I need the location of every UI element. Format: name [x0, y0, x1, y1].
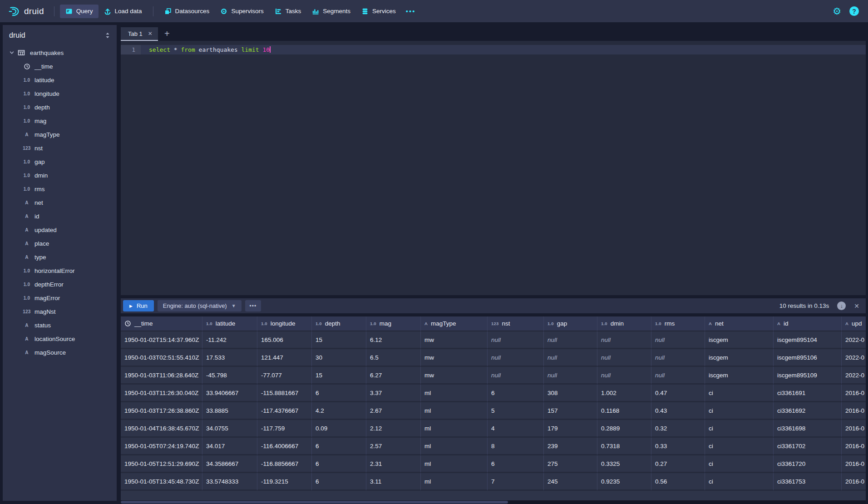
- table-cell[interactable]: 2022-0: [842, 367, 866, 385]
- table-cell[interactable]: ci3361753: [774, 473, 842, 491]
- sidebar-column-place[interactable]: Aplace: [3, 237, 117, 250]
- results-column-header-dmin[interactable]: 1.0dmin: [597, 316, 651, 331]
- table-cell[interactable]: iscgem895109: [774, 367, 842, 385]
- help-icon[interactable]: ?: [849, 6, 859, 16]
- table-cell[interactable]: 0.27: [651, 455, 705, 473]
- run-button[interactable]: ▶ Run: [123, 300, 154, 311]
- sidebar-column-locationSource[interactable]: AlocationSource: [3, 332, 117, 346]
- table-cell[interactable]: 6: [488, 455, 544, 473]
- table-cell[interactable]: 1950-01-02T15:14:37.960Z: [121, 331, 202, 349]
- table-cell[interactable]: ci: [705, 455, 774, 473]
- table-cell[interactable]: mw: [421, 331, 488, 349]
- table-cell[interactable]: 2022-0: [842, 349, 866, 367]
- chevron-down-icon[interactable]: [9, 50, 15, 55]
- table-cell[interactable]: 0.32: [651, 420, 705, 438]
- table-cell[interactable]: 0.33: [651, 438, 705, 455]
- results-column-header-depth[interactable]: 1.0depth: [312, 316, 366, 331]
- sidebar-column-magType[interactable]: AmagType: [3, 128, 117, 141]
- sidebar-column-type[interactable]: Atype: [3, 250, 117, 264]
- close-results-icon[interactable]: ✕: [854, 302, 859, 310]
- table-cell[interactable]: 2.67: [366, 402, 421, 420]
- table-cell[interactable]: iscgem: [705, 331, 774, 349]
- table-cell[interactable]: 8: [488, 438, 544, 455]
- table-cell[interactable]: null: [544, 349, 597, 367]
- schema-selector[interactable]: druid: [3, 25, 117, 44]
- table-cell[interactable]: 1950-01-05T12:51:29.690Z: [121, 455, 202, 473]
- table-cell[interactable]: 239: [544, 438, 597, 455]
- table-cell[interactable]: ci: [705, 420, 774, 438]
- table-cell[interactable]: 2016-0: [842, 420, 866, 438]
- table-cell[interactable]: 1950-01-03T17:26:38.860Z: [121, 402, 202, 420]
- table-cell[interactable]: 1950-01-03T02:51:55.410Z: [121, 349, 202, 367]
- sidebar-column-longitude[interactable]: 1.0longitude: [3, 87, 117, 100]
- results-column-header-__time[interactable]: __time: [121, 316, 202, 331]
- sidebar-table-earthquakes[interactable]: earthquakes: [3, 46, 117, 59]
- table-cell[interactable]: 17.533: [202, 349, 257, 367]
- results-column-header-gap[interactable]: 1.0gap: [544, 316, 597, 331]
- table-cell[interactable]: 2.31: [366, 455, 421, 473]
- table-cell[interactable]: 1950-01-03T11:26:30.040Z: [121, 385, 202, 402]
- nav-item-services[interactable]: Services: [356, 5, 401, 18]
- table-cell[interactable]: 3.11: [366, 473, 421, 491]
- table-cell[interactable]: 275: [544, 455, 597, 473]
- results-column-header-upd[interactable]: Aupd: [842, 316, 866, 331]
- results-column-header-magType[interactable]: AmagType: [421, 316, 488, 331]
- table-cell[interactable]: ci: [705, 438, 774, 455]
- table-cell[interactable]: 4.2: [312, 402, 366, 420]
- table-cell[interactable]: 2016-0: [842, 473, 866, 491]
- table-cell[interactable]: 0.09: [312, 420, 366, 438]
- table-cell[interactable]: 33.9406667: [202, 385, 257, 402]
- sidebar-column-gap[interactable]: 1.0gap: [3, 155, 117, 168]
- sidebar-column-nst[interactable]: 123nst: [3, 141, 117, 155]
- results-column-header-net[interactable]: Anet: [705, 316, 774, 331]
- query-more-button[interactable]: •••: [245, 300, 261, 311]
- table-cell[interactable]: 1950-01-05T13:45:48.730Z: [121, 473, 202, 491]
- table-cell[interactable]: 5: [488, 402, 544, 420]
- table-cell[interactable]: 0.2889: [597, 420, 651, 438]
- table-cell[interactable]: 6.5: [366, 349, 421, 367]
- table-cell[interactable]: 245: [544, 473, 597, 491]
- table-cell[interactable]: ml: [421, 438, 488, 455]
- table-cell[interactable]: -11.242: [202, 331, 257, 349]
- table-cell[interactable]: 0.43: [651, 402, 705, 420]
- table-cell[interactable]: null: [544, 331, 597, 349]
- sidebar-column-dmin[interactable]: 1.0dmin: [3, 168, 117, 182]
- table-cell[interactable]: null: [488, 367, 544, 385]
- sidebar-column-depth[interactable]: 1.0depth: [3, 100, 117, 114]
- table-cell[interactable]: -117.4376667: [257, 402, 312, 420]
- nav-item-query[interactable]: Query: [60, 5, 99, 18]
- sidebar-column-magSource[interactable]: AmagSource: [3, 346, 117, 359]
- table-cell[interactable]: ml: [421, 385, 488, 402]
- table-cell[interactable]: ci3361691: [774, 385, 842, 402]
- table-cell[interactable]: 15: [312, 367, 366, 385]
- table-cell[interactable]: ci3361692: [774, 402, 842, 420]
- horizontal-scrollbar[interactable]: [121, 500, 866, 504]
- table-cell[interactable]: 308: [544, 385, 597, 402]
- sidebar-column-updated[interactable]: Aupdated: [3, 223, 117, 237]
- results-column-header-id[interactable]: Aid: [774, 316, 842, 331]
- sidebar-column-magError[interactable]: 1.0magError: [3, 291, 117, 305]
- sidebar-column-magNst[interactable]: 123magNst: [3, 305, 117, 318]
- tab-1[interactable]: Tab 1 ✕: [121, 27, 158, 41]
- nav-item-tasks[interactable]: Tasks: [269, 5, 307, 18]
- nav-more-button[interactable]: •••: [401, 7, 420, 15]
- table-cell[interactable]: ci3361698: [774, 420, 842, 438]
- table-cell[interactable]: 0.47: [651, 385, 705, 402]
- results-column-header-rms[interactable]: 1.0rms: [651, 316, 705, 331]
- table-cell[interactable]: mw: [421, 367, 488, 385]
- results-column-header-nst[interactable]: 123nst: [488, 316, 544, 331]
- table-cell[interactable]: ci3361702: [774, 438, 842, 455]
- table-cell[interactable]: 2016-0: [842, 402, 866, 420]
- table-cell[interactable]: 2016-0: [842, 455, 866, 473]
- table-cell[interactable]: 2022-0: [842, 331, 866, 349]
- table-cell[interactable]: -116.8856667: [257, 455, 312, 473]
- tab-close-icon[interactable]: ✕: [148, 30, 153, 37]
- table-cell[interactable]: 2.12: [366, 420, 421, 438]
- sql-editor-line-1[interactable]: 1 select * from earthquakes limit 10: [121, 45, 866, 54]
- table-cell[interactable]: ci: [705, 473, 774, 491]
- results-column-header-longitude[interactable]: 1.0longitude: [257, 316, 312, 331]
- table-cell[interactable]: null: [488, 331, 544, 349]
- table-cell[interactable]: ml: [421, 402, 488, 420]
- results-column-header-mag[interactable]: 1.0mag: [366, 316, 421, 331]
- table-cell[interactable]: 0.7318: [597, 438, 651, 455]
